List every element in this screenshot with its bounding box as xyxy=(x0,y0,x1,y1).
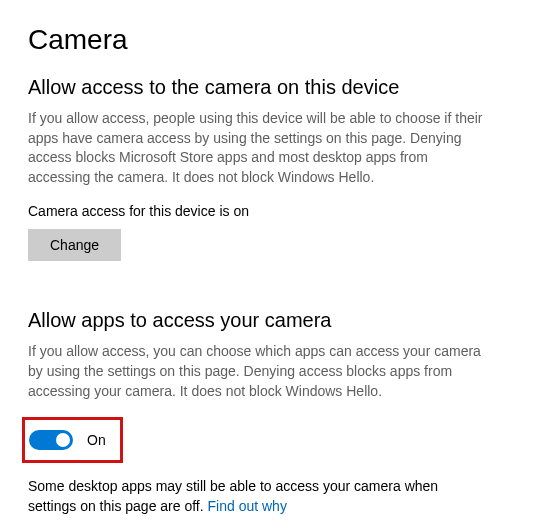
device-access-section: Allow access to the camera on this devic… xyxy=(28,76,507,261)
apps-access-toggle-wrapper: On xyxy=(29,430,106,450)
apps-access-description: If you allow access, you can choose whic… xyxy=(28,342,488,401)
device-access-description: If you allow access, people using this d… xyxy=(28,109,488,187)
desktop-apps-note: Some desktop apps may still be able to a… xyxy=(28,477,488,516)
highlight-box: On xyxy=(22,417,123,463)
apps-access-section: Allow apps to access your camera If you … xyxy=(28,309,507,516)
apps-access-toggle[interactable] xyxy=(29,430,73,450)
toggle-knob xyxy=(56,433,70,447)
page-title: Camera xyxy=(28,24,507,56)
apps-access-heading: Allow apps to access your camera xyxy=(28,309,507,332)
change-button[interactable]: Change xyxy=(28,229,121,261)
find-out-why-link[interactable]: Find out why xyxy=(208,498,287,514)
device-access-status: Camera access for this device is on xyxy=(28,203,507,219)
device-access-heading: Allow access to the camera on this devic… xyxy=(28,76,507,99)
apps-access-toggle-label: On xyxy=(87,432,106,448)
